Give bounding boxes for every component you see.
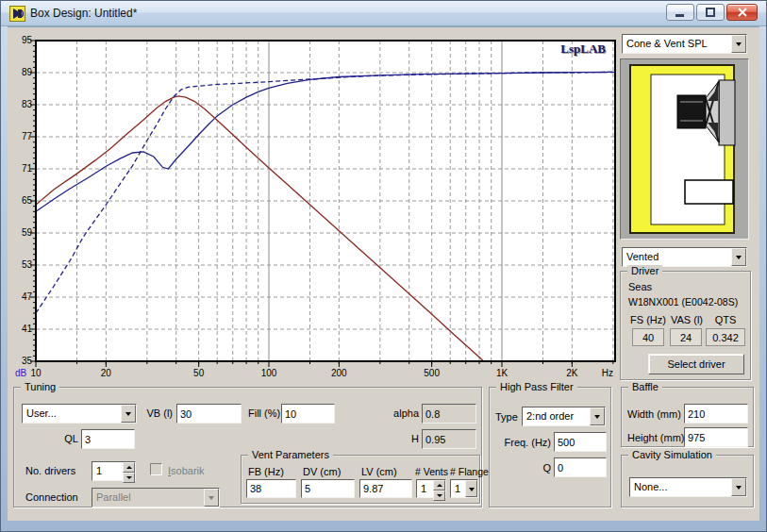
enclosure-type-value: Vented: [626, 251, 659, 262]
box-design-window: { "window": { "title": "Box Design: Unti…: [0, 0, 767, 532]
cavity-simulation-group: Cavity Simulation None...: [621, 455, 754, 507]
window-title: Box Design: Untitled*: [30, 7, 137, 20]
close-button[interactable]: [726, 4, 758, 21]
h-label: H: [401, 433, 419, 445]
chevron-down-icon[interactable]: [731, 248, 746, 266]
tuning-mode-value: User...: [26, 407, 57, 419]
vents-label: # Vents: [415, 466, 448, 478]
maximize-button[interactable]: [696, 4, 725, 21]
dv-label: DV (cm): [303, 466, 341, 478]
vas-label: VAS (l): [668, 314, 706, 326]
cavity-select[interactable]: None...: [629, 477, 747, 497]
driver-brand: Seas: [628, 281, 652, 293]
svg-text:10: 10: [30, 368, 42, 378]
chevron-down-icon[interactable]: [590, 407, 605, 425]
fill-input[interactable]: [281, 404, 335, 424]
enclosure-diagram-panel: [620, 58, 749, 240]
vent-parameters-title: Vent Parameters: [248, 449, 333, 461]
view-select[interactable]: Cone & Vent SPL: [622, 34, 747, 54]
view-select-value: Cone & Vent SPL: [626, 38, 708, 49]
chevron-down-icon[interactable]: [731, 35, 746, 53]
svg-text:500: 500: [424, 368, 440, 378]
baffle-height-input[interactable]: [684, 427, 748, 447]
alpha-value: [422, 404, 476, 424]
enclosure-diagram: [621, 59, 748, 239]
baffle-width-input[interactable]: [684, 404, 748, 424]
svg-text:83: 83: [22, 99, 33, 109]
driver-group-title: Driver: [627, 265, 662, 277]
hpf-q-label: Q: [527, 462, 551, 474]
hpf-type-select[interactable]: 2:nd order: [522, 407, 606, 426]
svg-text:59: 59: [22, 227, 33, 238]
fs-label: FS (Hz): [626, 314, 670, 326]
fs-value: 40: [632, 328, 664, 346]
spl-chart: 95898377716559534741351020501002005001K2…: [8, 29, 626, 386]
tuning-group-title: Tuning: [21, 381, 59, 393]
hpf-q-input[interactable]: [554, 457, 607, 477]
no-drivers-stepper[interactable]: 1: [92, 461, 136, 481]
fb-input[interactable]: [246, 479, 296, 498]
ql-label: QL: [56, 433, 78, 445]
maximize-icon: [706, 8, 715, 17]
stepper-up-icon[interactable]: [433, 480, 445, 490]
isobarik-checkbox[interactable]: [150, 463, 162, 475]
qts-label: QTS: [706, 314, 745, 326]
no-drivers-label: No. drivers: [25, 465, 75, 477]
stepper-down-icon[interactable]: [433, 490, 445, 501]
qts-value: 0.342: [706, 328, 745, 346]
baffle-width-label: Width (mm): [627, 408, 681, 421]
driver-model: W18NX001 (E0042-08S): [628, 296, 738, 308]
connection-label: Connection: [25, 491, 78, 504]
vents-stepper[interactable]: 1: [416, 479, 446, 498]
app-icon: [9, 6, 25, 22]
chevron-down-icon[interactable]: [465, 480, 477, 497]
svg-text:71: 71: [22, 163, 33, 174]
spl-chart-plot: 95898377716559534741351020501002005001K2…: [8, 29, 626, 382]
lv-input[interactable]: [359, 479, 412, 498]
baffle-group: Baffle Width (mm) Height (mm): [621, 387, 754, 447]
cavity-title: Cavity Simulation: [628, 449, 716, 461]
enclosure-type-select[interactable]: Vented: [622, 247, 747, 267]
driver-group: Driver Seas W18NX001 (E0042-08S) FS (Hz)…: [620, 271, 751, 380]
baffle-height-label: Height (mm): [627, 432, 685, 444]
svg-text:100: 100: [261, 368, 277, 378]
lv-label: LV (cm): [361, 466, 397, 478]
svg-text:50: 50: [193, 368, 205, 378]
svg-text:89: 89: [22, 67, 33, 77]
svg-text:35: 35: [22, 356, 33, 366]
vent-parameters-group: Vent Parameters FB (Hz) DV (cm) LV (cm) …: [241, 455, 480, 504]
tuning-mode-select[interactable]: User...: [22, 404, 137, 424]
ql-input[interactable]: [81, 429, 135, 449]
minimize-icon: [675, 8, 685, 17]
minimize-button[interactable]: [666, 4, 694, 21]
high-pass-filter-group: High Pass Filter Type 2:nd order Freq. (…: [489, 387, 611, 507]
hpf-freq-input[interactable]: [554, 432, 607, 452]
dv-input[interactable]: [301, 479, 355, 498]
svg-text:41: 41: [22, 324, 33, 334]
connection-select: Parallel: [92, 488, 220, 507]
flange-label: # Flange: [450, 466, 489, 478]
select-driver-button[interactable]: Select driver: [648, 354, 744, 374]
svg-text:LspLAB: LspLAB: [560, 42, 606, 56]
hpf-title: High Pass Filter: [496, 381, 577, 393]
baffle-title: Baffle: [628, 381, 662, 393]
flange-value: 1: [455, 483, 460, 494]
fb-label: FB (Hz): [248, 466, 284, 478]
hpf-type-label: Type: [495, 411, 518, 424]
close-icon: [738, 8, 747, 17]
stepper-up-icon[interactable]: [123, 462, 135, 473]
alpha-label: alpha: [389, 407, 419, 420]
chevron-down-icon[interactable]: [121, 405, 136, 423]
dialog-content: 95898377716559534741351020501002005001K2…: [8, 26, 759, 521]
hpf-type-value: 2:nd order: [526, 410, 574, 422]
chevron-down-icon[interactable]: [731, 478, 746, 496]
flange-select[interactable]: 1: [450, 479, 478, 498]
svg-text:1K: 1K: [496, 368, 509, 378]
vas-value: 24: [670, 328, 702, 346]
vb-input[interactable]: [176, 404, 242, 424]
cavity-value: None...: [634, 481, 667, 492]
stepper-down-icon[interactable]: [123, 473, 135, 483]
svg-text:95: 95: [22, 35, 33, 45]
svg-text:65: 65: [22, 195, 33, 206]
svg-text:20: 20: [101, 368, 112, 378]
